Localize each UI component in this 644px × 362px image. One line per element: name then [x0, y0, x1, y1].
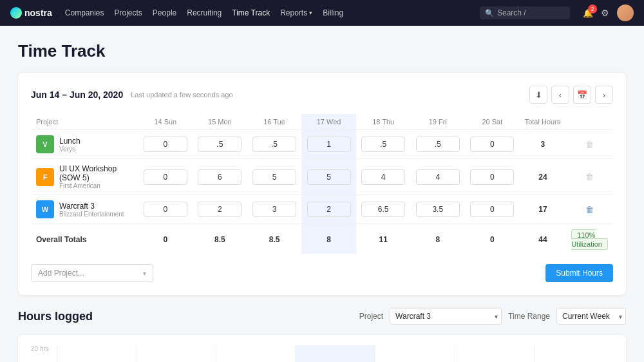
day-cell-d20 — [465, 130, 520, 159]
next-week-button[interactable]: › — [595, 86, 613, 104]
total-hours-cell: 24 — [520, 159, 567, 195]
project-select[interactable]: Warcraft 3 Lunch UI UX Workshop (SOW 5) — [390, 308, 502, 325]
time-input-d16[interactable] — [252, 137, 296, 152]
card-header: Jun 14 – Jun 20, 2020 Last updated a few… — [31, 86, 613, 104]
day-cell-d14 — [138, 130, 193, 159]
delete-button[interactable]: 🗑 — [566, 159, 613, 195]
filter-group: Project Warcraft 3 Lunch UI UX Workshop … — [359, 308, 626, 325]
notification-badge: 2 — [588, 5, 597, 14]
card-header-left: Jun 14 – Jun 20, 2020 Last updated a few… — [31, 90, 233, 100]
day-cell-d17 — [301, 130, 356, 159]
dropdown-arrow-icon: ▾ — [143, 270, 146, 277]
chart-col-wed — [296, 345, 375, 362]
time-range-select-wrapper: Current Week Last Week This Month — [556, 308, 626, 325]
date-range: Jun 14 – Jun 20, 2020 — [31, 90, 123, 100]
submit-hours-button[interactable]: Submit Hours — [545, 264, 613, 282]
nav-billing[interactable]: Billing — [323, 8, 343, 17]
time-range-filter-label: Time Range — [508, 312, 550, 321]
time-input-d18[interactable] — [361, 202, 405, 217]
col-header-d19: 19 Fri — [410, 114, 465, 130]
nav-people[interactable]: People — [153, 8, 176, 17]
time-input-d15[interactable] — [198, 169, 242, 185]
day-cell-d16 — [247, 130, 302, 159]
day-cell-d14 — [138, 195, 193, 224]
chart-columns — [57, 345, 613, 362]
notification-bell[interactable]: 🔔 2 — [583, 8, 593, 18]
time-input-d20[interactable] — [470, 137, 514, 152]
project-filter-label: Project — [359, 312, 383, 321]
time-input-d14[interactable] — [144, 202, 187, 217]
user-avatar[interactable] — [617, 5, 634, 21]
timetrack-table: Project 14 Sun 15 Mon 16 Tue 17 Wed 18 T… — [31, 114, 613, 254]
day-cell-d15 — [193, 130, 247, 159]
hours-logged-title: Hours logged — [18, 310, 93, 323]
nav-recruiting[interactable]: Recruiting — [187, 8, 222, 17]
chart-col-tue — [216, 345, 296, 362]
time-input-d15[interactable] — [198, 137, 242, 152]
day-cell-d15 — [193, 159, 247, 195]
totals-d19: 8 — [410, 224, 465, 254]
project-name: Warcraft 3 — [59, 202, 124, 211]
last-updated: Last updated a few seconds ago — [131, 91, 232, 99]
time-input-d17[interactable] — [307, 202, 351, 217]
page-title: Time Track — [18, 41, 626, 61]
totals-d18: 11 — [356, 224, 411, 254]
project-cell: W Warcraft 3 Blizzard Entertainment — [31, 195, 138, 224]
utilization-cell: 110% Utilization — [566, 224, 613, 254]
time-input-d14[interactable] — [144, 169, 187, 185]
time-input-d15[interactable] — [198, 202, 242, 217]
time-input-d18[interactable] — [361, 137, 405, 152]
add-project-label: Add Project... — [38, 269, 84, 278]
time-input-d16[interactable] — [252, 202, 296, 217]
utilization-badge: 110% Utilization — [571, 229, 608, 250]
nav-actions: 🔔 2 ⚙ — [583, 5, 634, 21]
table-header-row: Project 14 Sun 15 Mon 16 Tue 17 Wed 18 T… — [31, 114, 613, 130]
project-icon: V — [36, 135, 54, 153]
time-input-d17[interactable] — [307, 137, 351, 152]
nav-companies[interactable]: Companies — [65, 8, 104, 17]
project-company: First American — [59, 182, 133, 189]
add-project-dropdown[interactable]: Add Project... ▾ — [31, 264, 153, 282]
table-row: W Warcraft 3 Blizzard Entertainment 17🗑 — [31, 195, 613, 224]
day-cell-d19 — [410, 130, 465, 159]
nav-timetrack[interactable]: Time Track — [232, 8, 270, 17]
day-cell-d18 — [356, 159, 411, 195]
time-input-d19[interactable] — [416, 137, 460, 152]
settings-gear[interactable]: ⚙ — [601, 8, 609, 18]
project-name: Lunch — [59, 137, 80, 146]
project-cell: F UI UX Workshop (SOW 5) First American — [31, 159, 138, 195]
col-header-d15: 15 Mon — [193, 114, 247, 130]
col-header-d14: 14 Sun — [138, 114, 193, 130]
time-range-select[interactable]: Current Week Last Week This Month — [556, 308, 626, 325]
search-box[interactable]: 🔍 Search / — [480, 6, 570, 19]
time-input-d19[interactable] — [416, 169, 460, 185]
prev-week-button[interactable]: ‹ — [551, 86, 569, 104]
delete-button[interactable]: 🗑 — [566, 195, 613, 224]
time-input-d16[interactable] — [252, 169, 296, 185]
col-header-d16: 16 Tue — [247, 114, 302, 130]
totals-d14: 0 — [138, 224, 193, 254]
totals-label: Overall Totals — [31, 224, 138, 254]
project-icon: W — [36, 200, 54, 218]
calendar-button[interactable]: 📅 — [573, 86, 591, 104]
download-button[interactable]: ⬇ — [529, 86, 547, 104]
total-hours-cell: 17 — [520, 195, 567, 224]
project-name: UI UX Workshop (SOW 5) — [59, 164, 133, 182]
app-logo[interactable]: nostra — [10, 7, 52, 19]
card-footer: Add Project... ▾ Submit Hours — [31, 264, 613, 282]
time-input-d17[interactable] — [307, 169, 351, 185]
time-input-d20[interactable] — [470, 169, 514, 185]
chart-col-sat — [535, 345, 613, 362]
time-input-d19[interactable] — [416, 202, 460, 217]
delete-button[interactable]: 🗑 — [566, 130, 613, 159]
nav-projects[interactable]: Projects — [115, 8, 142, 17]
card-header-right: ⬇ ‹ 📅 › — [529, 86, 613, 104]
project-cell: V Lunch Verys — [31, 130, 138, 159]
totals-d17: 8 — [301, 224, 356, 254]
nav-reports[interactable]: Reports▾ — [280, 8, 312, 17]
chart-y-axis: 20 hrs 10 hrs — [31, 345, 57, 362]
time-input-d20[interactable] — [470, 202, 514, 217]
time-input-d14[interactable] — [144, 137, 187, 152]
totals-d20: 0 — [465, 224, 520, 254]
time-input-d18[interactable] — [361, 169, 405, 185]
